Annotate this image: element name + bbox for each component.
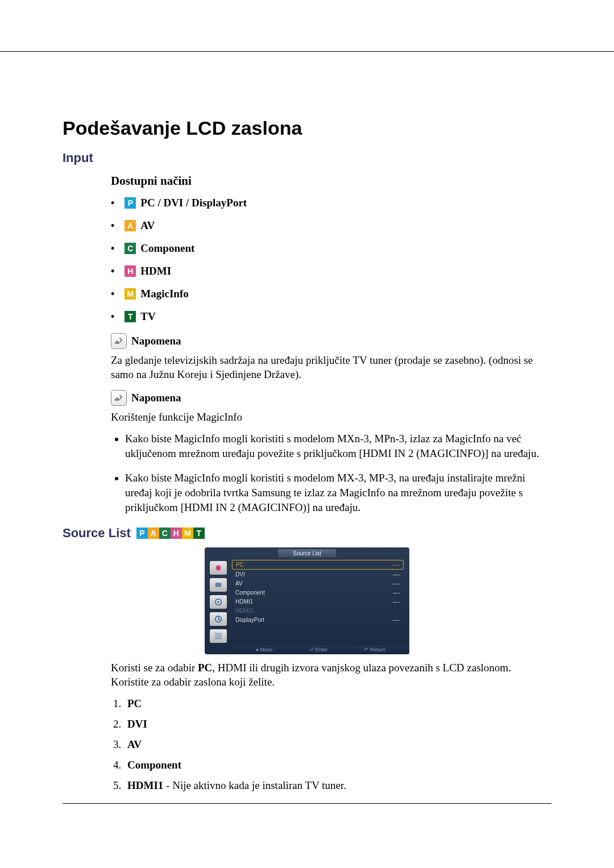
osd-row-value: ---- [393,589,400,596]
note-label: Napomena [131,335,181,347]
mode-item-tv: T TV [111,310,551,323]
osd-row-value: ---- [393,617,400,623]
c-icon: C [125,243,136,254]
bullet-item: Kako biste MagicInfo mogli koristiti s m… [125,471,551,514]
source-label: PC [127,697,142,709]
source-item-1: PC [124,697,551,710]
osd-row-value: ---- [393,580,400,587]
page-title: Podešavanje LCD zaslona [63,117,551,139]
osd-row-value: ---- [393,599,400,605]
osd-row-hdmi2: HDMI2 [232,607,404,615]
osd-footer-enter: ⏎ Enter [309,647,328,653]
desc-bold: PC [198,662,212,674]
mode-item-pc: P PC / DVI / DisplayPort [111,197,551,209]
modes-heading: Dostupni načini [111,174,551,188]
source-label: DVI [127,718,147,730]
source-list-heading: Source List [63,526,131,541]
osd-row-value: ---- [392,562,400,568]
p-icon: P [136,528,148,539]
mode-item-hdmi: H HDMI [111,265,551,277]
source-list-desc: Koristi se za odabir PC, HDMI ili drugih… [111,661,551,689]
svg-rect-1 [215,583,222,588]
c-icon: C [159,528,171,539]
t-icon: T [125,311,136,322]
osd-side-icon [210,578,227,592]
h-icon: H [171,528,182,539]
osd-row-label: DisplayPort [235,617,264,623]
source-list-body: Koristi se za odabir PC, HDMI ili drugih… [111,661,551,689]
source-label: Component [127,759,181,771]
note-label: Napomena [131,392,181,404]
osd-row-component: Component ---- [232,588,404,597]
document-page: Podešavanje LCD zaslona Input Dostupni n… [0,51,614,868]
magicinfo-bullets: Kako biste MagicInfo mogli koristiti s m… [111,431,551,514]
note-icon [111,390,127,406]
osd-row-label: HDMI2 [235,608,253,614]
osd-side-icon [210,561,227,575]
osd-side-icon [210,595,227,609]
osd-footer-label: Enter [316,647,328,653]
osd-screenshot: Source List PC ---- DVI ---- [205,547,409,654]
osd-row-pc: PC ---- [232,560,404,570]
source-item-2: DVI [124,718,551,730]
a-icon: A [148,528,159,539]
note1-text: Za gledanje televizijskih sadržaja na ur… [111,354,551,381]
source-label: HDMI1 [127,779,163,791]
p-icon: P [125,197,136,209]
section-input-heading: Input [63,151,551,165]
mode-item-component: C Component [111,242,551,255]
sources-ordered-list: PC DVI AV Component HDMI1 - Nije aktivno… [63,697,551,792]
t-icon: T [193,528,205,539]
note-block-2: Napomena [111,390,551,406]
osd-footer-label: Return [370,647,385,653]
source-item-4: Component [124,759,551,771]
modes-block: Dostupni načini P PC / DVI / DisplayPort… [111,174,551,514]
mode-label: MagicInfo [140,288,188,300]
m-icon: M [182,528,193,539]
osd-main: PC ---- DVI ---- AV ---- Component ---- [232,560,409,644]
note-block-1: Napomena [111,333,551,349]
mode-label: AV [140,219,155,232]
osd-row-av: AV ---- [232,579,404,588]
osd-footer-move: ♦ Move [256,647,273,653]
source-item-3: AV [124,738,551,751]
note-icon [111,333,127,349]
mode-label: TV [140,310,155,323]
osd-sidebar [205,560,232,644]
source-list-heading-row: Source List PACHMT [63,526,551,541]
osd-panel: Source List PC ---- DVI ---- [205,547,409,654]
osd-row-dvi: DVI ---- [232,570,404,579]
svg-point-3 [218,601,219,603]
svg-point-0 [216,566,221,571]
source-label: AV [127,738,142,750]
osd-row-displayport: DisplayPort ---- [232,616,404,624]
mode-label: Component [140,242,194,255]
osd-row-label: DVI [235,571,245,578]
mode-item-magicinfo: M MagicInfo [111,288,551,300]
note2-text: Korištenje funkcije MagicInfo [111,410,551,425]
m-icon: M [125,288,136,300]
mode-item-av: A AV [111,219,551,232]
osd-footer-label: Move [260,647,273,653]
osd-row-label: Component [235,589,265,596]
osd-footer: ♦ Move ⏎ Enter ↶ Return [232,645,409,654]
osd-row-value: ---- [393,571,400,578]
a-icon: A [125,220,136,231]
mode-label: PC / DVI / DisplayPort [140,197,247,209]
bottom-rule [63,803,551,804]
mode-list: P PC / DVI / DisplayPort A AV C Componen… [111,197,551,323]
h-icon: H [125,265,136,277]
source-rest: - Nije aktivno kada je instaliran TV tun… [163,779,346,791]
source-item-5: HDMI1 - Nije aktivno kada je instaliran … [124,779,551,792]
osd-row-label: PC [236,562,244,568]
bullet-item: Kako biste MagicInfo mogli koristiti s m… [125,431,551,460]
osd-footer-return: ↶ Return [364,647,385,653]
desc-prefix: Koristi se za odabir [111,662,198,674]
osd-side-icon [210,629,227,643]
mode-label: HDMI [140,265,171,277]
badge-row: PACHMT [136,528,205,539]
osd-title: Source List [278,549,336,558]
osd-row-label: AV [235,580,243,587]
osd-side-icon [210,612,227,626]
osd-row-label: HDMI1 [235,599,253,605]
